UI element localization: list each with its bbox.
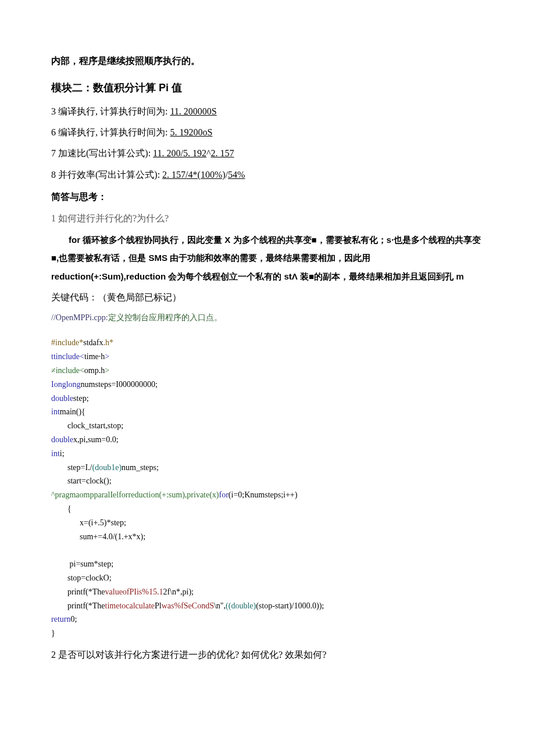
line-8-prefix: 8 并行效率(写出计算公式): — [51, 170, 162, 180]
code-l9b: i; — [60, 449, 65, 458]
code-l20f: ((double) — [226, 601, 256, 610]
line-7-prefix: 7 加速比(写出计算公式): — [51, 148, 153, 158]
code-l6b: main(){ — [60, 407, 85, 416]
code-l20c: Pl — [155, 601, 162, 610]
code-l5a: double — [51, 394, 73, 403]
code-l15: sum+=4.0/(1.+x*x); — [51, 532, 145, 541]
code-l4a: Ionglong — [51, 380, 81, 389]
line-3: 3 编译执行, 计算执行时间为: 11. 200000S — [51, 103, 484, 120]
code-l14: x=(i+.5)*step; — [51, 518, 126, 527]
code-l20g: (stop-start)/1000.0)); — [256, 601, 324, 610]
code-l13: { — [51, 504, 72, 513]
line-7: 7 加速比(写出计算公式): 11. 200/5. 192^2. 157 — [51, 145, 484, 162]
code-l21a: return — [51, 615, 70, 624]
answer-1: for 循环被多个线程协同执行，因此变量 X 为多个线程的共享变■，需要被私有化… — [51, 231, 484, 286]
line-3-value: 11. 200000S — [170, 106, 216, 116]
code-block: #include*stdafx.h* ttinclude<time·h> ≠in… — [51, 336, 484, 640]
code-l12c: (i=0;Knumsteps;i++) — [229, 490, 298, 499]
code-l3c: > — [105, 366, 109, 375]
code-l1c: .h* — [103, 338, 113, 347]
code-l3a: ≠include< — [51, 366, 84, 375]
code-l20a: printf(*The — [51, 601, 105, 610]
code-l10c: num_steps; — [122, 463, 159, 472]
line-6: 6 编译执行, 计算执行时间为: 5. 19200oS — [51, 124, 484, 141]
code-l22: } — [51, 629, 55, 637]
document-page: 内部，程序是继续按照顺序执行的。 模块二：数值积分计算 Pi 值 3 编译执行,… — [0, 0, 535, 698]
module-title: 模块二：数值积分计算 Pi 值 — [51, 78, 484, 98]
line-3-prefix: 3 编译执行, 计算执行时间为: — [51, 106, 170, 116]
line-6-value: 5. 19200oS — [170, 127, 212, 137]
file-comment-path: //OpenMPPi.cpp: — [51, 313, 108, 322]
code-l10a: step=I./ — [51, 463, 92, 472]
question-1: 1 如何进行并行化的?为什么? — [51, 210, 484, 227]
code-l20e: \n", — [214, 601, 226, 610]
code-l11: start=clock(); — [51, 476, 112, 485]
code-l10b: (doub1e) — [92, 463, 122, 472]
qa-heading: 简答与思考： — [51, 188, 484, 206]
code-l3b: omp.h — [84, 366, 105, 375]
code-l1a: #include* — [51, 338, 83, 347]
code-l5b: step; — [73, 394, 88, 403]
code-l6a: int — [51, 407, 60, 416]
top-note-line: 内部，程序是继续按照顺序执行的。 — [51, 52, 484, 70]
code-l12b: for — [219, 490, 229, 499]
code-l4b: numsteps=I000000000; — [81, 380, 158, 389]
file-comment-desc: 定义控制台应用程序的入口点。 — [108, 313, 222, 322]
code-l21b: 0; — [70, 615, 77, 624]
code-l12a: ^pragmaompparalIelforreduction(+:sum),pr… — [51, 490, 219, 499]
line-8-value-2: 54% — [228, 170, 245, 180]
code-l2c: > — [105, 352, 109, 361]
line-8: 8 并行效率(写出计算公式): 2. 157/4*(100%)/54% — [51, 166, 484, 184]
code-l2a: ttinclude< — [51, 352, 84, 361]
key-code-label: 关键代码：（黄色局部已标记） — [51, 289, 484, 306]
line-6-prefix: 6 编译执行, 计算执行时间为: — [51, 127, 170, 137]
file-comment: //OpenMPPi.cpp:定义控制台应用程序的入口点。 — [51, 310, 484, 326]
question-2: 2 是否可以对该并行化方案进行进一步的优化? 如何优化? 效果如何? — [51, 646, 484, 664]
code-l8b: x,pi,sum=0.0; — [73, 435, 119, 444]
line-7-value-2: 2. 157 — [211, 148, 234, 158]
code-l1b: stdafx — [83, 338, 103, 347]
code-l8a: double — [51, 435, 73, 444]
code-l20b: timetocalculate — [105, 601, 155, 610]
code-l20d: was%fSeCondS — [162, 601, 214, 610]
code-l2b: time·h — [84, 352, 105, 361]
code-l19c: 2f\n*,pi); — [163, 587, 194, 596]
line-7-value-1: 11. 200/5. 192 — [153, 148, 206, 158]
code-l9a: int — [51, 449, 60, 458]
code-l19a: printf(*The — [51, 587, 105, 596]
code-l7: clock_tstart,stop; — [51, 421, 123, 430]
line-8-value-1: 2. 157/4*(100%) — [162, 170, 225, 180]
code-l19b: valueofPIis%15.1 — [105, 587, 163, 596]
code-l17: pi=sum*step; — [51, 560, 113, 568]
code-l18: stop=clockO; — [51, 574, 112, 582]
